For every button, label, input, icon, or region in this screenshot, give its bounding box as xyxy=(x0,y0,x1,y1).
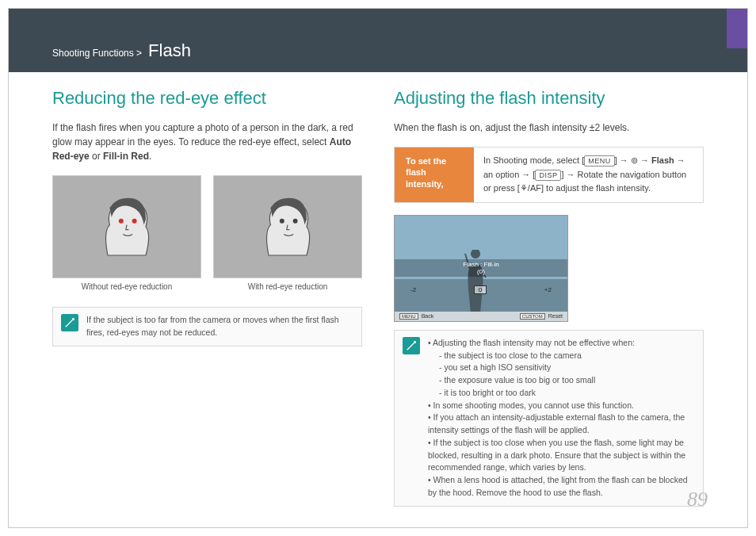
note-right: Adjusting the flash intensity may not be… xyxy=(394,330,704,507)
reset-label: Reset xyxy=(548,313,563,319)
reset-button-icon: CUSTOM xyxy=(520,313,545,320)
right-heading: Adjusting the flash intensity xyxy=(394,88,704,109)
right-intro: When the flash is on, adjust the flash i… xyxy=(394,121,704,135)
note-icon xyxy=(61,314,78,331)
note-subitem: the subject is too close to the camera xyxy=(439,350,695,362)
page-frame: Shooting Functions > Flash Reducing the … xyxy=(8,8,748,528)
left-heading: Reducing the red-eye effect xyxy=(52,88,362,109)
instruction-box: To set the flash intensity, In Shooting … xyxy=(394,147,704,203)
note-list: Adjusting the flash intensity may not be… xyxy=(428,337,695,500)
page-number: 89 xyxy=(687,488,708,511)
note-left: If the subject is too far from the camer… xyxy=(52,307,362,346)
note-subitem: the exposure value is too big or too sma… xyxy=(439,374,695,387)
svg-point-0 xyxy=(119,219,124,224)
right-column: Adjusting the flash intensity When the f… xyxy=(394,88,704,503)
caption-without: Without red-eye reduction xyxy=(52,282,201,291)
scale-minus: -2 xyxy=(410,286,416,293)
note-item: In some shooting modes, you cannot use t… xyxy=(428,400,695,412)
scale-mid: 0 xyxy=(474,285,487,294)
or-text: or xyxy=(90,151,103,162)
instruction-label: To set the flash intensity, xyxy=(395,147,474,202)
note-subitem: it is too bright or too dark xyxy=(439,387,695,400)
svg-point-1 xyxy=(132,219,137,224)
preview-title: Flash : Fill-in xyxy=(396,261,566,268)
preview-overlay: Flash : Fill-in (0) xyxy=(395,259,567,277)
back-label: Back xyxy=(422,313,434,319)
disp-button-icon: DISP xyxy=(535,170,561,181)
preview-value: (0) xyxy=(396,268,566,275)
note-item: If you attach an intensity-adjustable ex… xyxy=(428,412,695,437)
left-intro: If the flash fires when you capture a ph… xyxy=(52,121,362,163)
note-item: If the subject is too close when you use… xyxy=(428,437,695,474)
face-red-eye-icon xyxy=(56,179,197,274)
figure-with: With red-eye reduction xyxy=(213,175,362,291)
caption-with: With red-eye reduction xyxy=(213,282,362,291)
camera-icon: ⊚ xyxy=(631,155,638,165)
figure-row: Without red-eye reduction xyxy=(52,175,362,291)
left-column: Reducing the red-eye effect If the flash… xyxy=(52,88,362,503)
svg-point-2 xyxy=(280,219,284,224)
content-area: Reducing the red-eye effect If the flash… xyxy=(52,88,704,503)
af-icons: ⚘/AF xyxy=(520,183,541,193)
note-left-text: If the subject is too far from the camer… xyxy=(86,314,353,339)
flash-option: Flash xyxy=(651,155,674,165)
face-normal-icon xyxy=(217,179,358,274)
breadcrumb: Shooting Functions > Flash xyxy=(52,40,191,61)
back-button-icon: MENU xyxy=(399,313,418,320)
figure-without: Without red-eye reduction xyxy=(52,175,201,291)
preview-scale: -2 0 +2 xyxy=(410,283,552,297)
menu-button-icon: MENU xyxy=(584,155,615,167)
intro-text: If the flash fires when you capture a ph… xyxy=(52,122,353,147)
section-tab xyxy=(727,9,747,48)
breadcrumb-path: Shooting Functions > xyxy=(52,48,142,59)
svg-point-3 xyxy=(293,219,298,224)
thumb-with xyxy=(213,175,362,278)
note-item: Adjusting the flash intensity may not be… xyxy=(428,337,695,400)
instruction-body: In Shooting mode, select [MENU] → ⊚ → Fl… xyxy=(474,147,703,202)
breadcrumb-section: Flash xyxy=(148,40,191,61)
fill-in-red: Fill-in Red xyxy=(103,151,149,162)
note-item: When a lens hood is attached, the light … xyxy=(428,474,695,500)
scale-plus: +2 xyxy=(544,286,552,293)
camera-preview: Flash : Fill-in (0) -2 0 +2 MENU Back CU… xyxy=(394,215,568,322)
intro-period: . xyxy=(149,151,151,162)
note-icon xyxy=(403,337,420,354)
note-subitem: you set a high ISO sensitivity xyxy=(439,362,695,374)
thumb-without xyxy=(52,175,201,278)
preview-footer: MENU Back CUSTOM Reset xyxy=(395,312,567,321)
